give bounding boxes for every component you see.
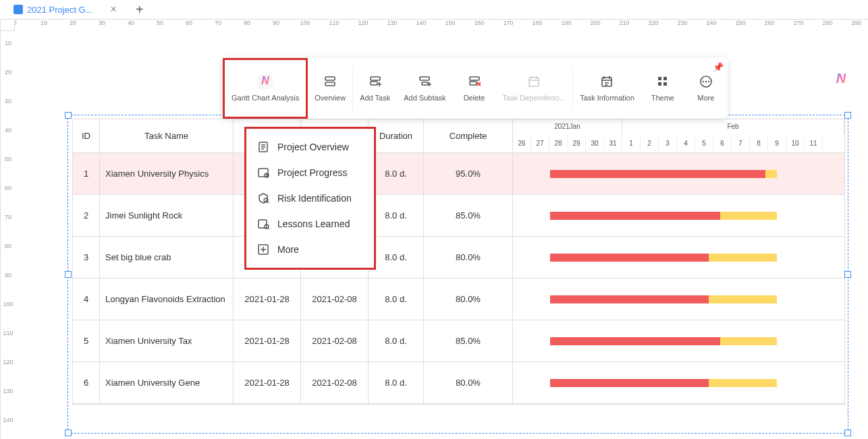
resize-handle[interactable] xyxy=(844,271,851,278)
ruler-tick: 160 xyxy=(472,20,486,26)
gantt-toolbar: 📌 N Gantt Chart Analysis Overview Add Ta… xyxy=(223,58,728,119)
ruler-tick: 210 xyxy=(618,20,631,26)
risk-identification-item[interactable]: Risk Identification xyxy=(246,185,374,211)
toolbar-label: Delete xyxy=(464,93,485,103)
ruler-tick: 110 xyxy=(327,20,341,26)
horizontal-ruler: 0102030405060708090100110120130140150160… xyxy=(15,19,868,31)
calendar-icon xyxy=(526,74,541,89)
document-icon xyxy=(13,5,23,14)
progress-icon xyxy=(257,167,269,179)
ruler-tick: 120 xyxy=(356,20,370,26)
pin-icon[interactable]: 📌 xyxy=(713,62,724,72)
overview-button[interactable]: Overview xyxy=(308,58,352,119)
resize-handle[interactable] xyxy=(844,430,851,436)
svg-rect-7 xyxy=(470,82,477,85)
ruler-tick: 80 xyxy=(240,20,254,26)
task-dependencies-button: Task Dependenci... xyxy=(496,58,573,119)
ruler-tick: 140 xyxy=(414,20,428,26)
theme-button[interactable]: Theme xyxy=(641,58,684,119)
document-tab[interactable]: 2021 Project G... × xyxy=(8,0,122,19)
ruler-tick: 10 xyxy=(37,20,51,26)
resize-handle[interactable] xyxy=(844,112,851,119)
ruler-tick: 20 xyxy=(66,20,80,26)
selection-frame xyxy=(67,115,848,434)
toolbar-label: More xyxy=(697,93,714,103)
delete-icon xyxy=(467,74,482,89)
ruler-tick: 40 xyxy=(124,20,138,26)
toolbar-label: Theme xyxy=(651,93,674,103)
ruler-tick: 230 xyxy=(676,20,689,26)
gantt-chart-analysis-button[interactable]: N Gantt Chart Analysis xyxy=(223,58,308,119)
ruler-tick: 120 xyxy=(1,359,16,365)
svg-point-16 xyxy=(705,81,707,82)
ruler-tick: 60 xyxy=(182,20,196,26)
ruler-tick: 150 xyxy=(443,20,457,26)
ruler-tick: 220 xyxy=(647,20,660,26)
ruler-tick: 130 xyxy=(385,20,399,26)
ruler-tick: 90 xyxy=(269,20,283,26)
svg-rect-12 xyxy=(658,82,661,86)
svg-rect-0 xyxy=(325,77,335,80)
theme-icon xyxy=(655,74,670,89)
add-task-button[interactable]: Add Task xyxy=(353,58,397,119)
dropdown-label: More xyxy=(277,244,299,255)
svg-rect-3 xyxy=(371,82,377,85)
ruler-tick: 0 xyxy=(15,20,22,26)
toolbar-label: Task Dependenci... xyxy=(503,93,566,103)
add-subtask-icon xyxy=(417,74,432,89)
ruler-tick: 260 xyxy=(763,20,776,26)
ruler-tick: 170 xyxy=(501,20,515,26)
new-tab-button[interactable]: + xyxy=(136,2,144,18)
gantt-analysis-icon: N xyxy=(258,74,273,89)
vertical-ruler: 102030405060708090100110120130140 xyxy=(0,31,15,439)
svg-point-17 xyxy=(708,81,709,82)
ruler-tick: 30 xyxy=(95,20,109,26)
delete-button[interactable]: Delete xyxy=(453,58,496,119)
toolbar-label: Gantt Chart Analysis xyxy=(232,93,299,103)
ruler-tick: 100 xyxy=(1,301,16,308)
svg-rect-10 xyxy=(658,77,661,80)
close-tab-icon[interactable]: × xyxy=(111,3,117,16)
dropdown-label: Lessons Learned xyxy=(277,218,350,229)
ruler-tick: 270 xyxy=(792,20,805,26)
ruler-tick: 40 xyxy=(1,127,16,134)
ruler-corner xyxy=(0,19,15,31)
ruler-tick: 30 xyxy=(1,98,16,105)
gantt-analysis-dropdown: Project Overview Project Progress Risk I… xyxy=(244,127,376,270)
add-task-icon xyxy=(368,74,383,89)
lessons-learned-item[interactable]: Lessons Learned xyxy=(246,211,374,237)
lessons-icon xyxy=(257,218,269,230)
svg-rect-4 xyxy=(420,77,429,80)
overview-icon xyxy=(257,141,269,153)
task-information-button[interactable]: Task Information xyxy=(573,58,641,119)
ruler-tick: 190 xyxy=(560,20,573,26)
ruler-tick: 240 xyxy=(705,20,718,26)
resize-handle[interactable] xyxy=(65,271,72,278)
svg-rect-13 xyxy=(663,82,667,86)
resize-handle[interactable] xyxy=(65,430,72,436)
ruler-tick: 50 xyxy=(153,20,167,26)
project-overview-item[interactable]: Project Overview xyxy=(246,134,374,160)
task-info-icon xyxy=(599,74,614,89)
svg-rect-6 xyxy=(470,77,479,80)
svg-rect-1 xyxy=(325,82,335,86)
resize-handle[interactable] xyxy=(65,112,72,119)
toolbar-label: Add Subtask xyxy=(404,93,445,103)
toolbar-label: Overview xyxy=(315,93,346,103)
app-logo-icon[interactable]: N xyxy=(831,68,851,88)
ruler-tick: 50 xyxy=(1,156,16,163)
add-subtask-button[interactable]: Add Subtask xyxy=(397,58,452,119)
ruler-tick: 280 xyxy=(821,20,834,26)
ruler-tick: 140 xyxy=(1,417,16,423)
ruler-tick: 20 xyxy=(1,69,16,76)
project-progress-item[interactable]: Project Progress xyxy=(246,160,374,185)
plus-icon xyxy=(257,243,269,256)
toolbar-label: Add Task xyxy=(360,93,390,103)
svg-rect-2 xyxy=(371,77,380,80)
ruler-tick: 90 xyxy=(1,272,16,279)
overview-icon xyxy=(323,74,337,89)
svg-rect-8 xyxy=(529,78,539,86)
ruler-tick: 200 xyxy=(589,20,602,26)
tab-title: 2021 Project G... xyxy=(27,5,93,15)
more-item[interactable]: More xyxy=(246,237,374,262)
